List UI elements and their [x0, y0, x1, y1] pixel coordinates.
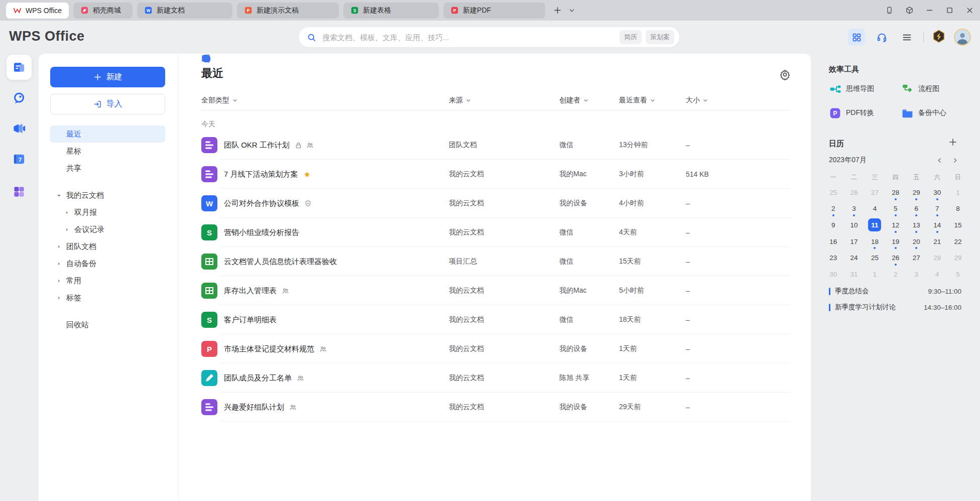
- file-row[interactable]: S客户订单明细表我的云文档微信18天前–: [201, 305, 790, 334]
- rail-item-meeting[interactable]: [13, 122, 26, 136]
- sidebar-item-trash[interactable]: 回收站: [50, 316, 165, 333]
- tab-pdf[interactable]: P新建PDF: [443, 3, 545, 19]
- calendar-day[interactable]: 12: [885, 217, 906, 233]
- caret-right-icon[interactable]: [64, 227, 70, 232]
- rail-item-messages[interactable]: [13, 91, 26, 105]
- calendar-day[interactable]: 1: [865, 266, 885, 283]
- calendar-day[interactable]: 9: [823, 217, 843, 233]
- rail-item-apps[interactable]: [13, 185, 26, 199]
- menu-button[interactable]: [898, 29, 915, 46]
- sidebar-item-share[interactable]: 共享: [50, 160, 165, 177]
- tool-mindmap[interactable]: 思维导图: [829, 82, 901, 96]
- calendar-day[interactable]: 27: [865, 184, 885, 201]
- calendar-day[interactable]: 28: [927, 249, 947, 266]
- member-badge-icon[interactable]: [932, 30, 946, 45]
- tab-sheet[interactable]: S新建表格: [343, 3, 439, 19]
- new-tab-plus-icon[interactable]: [553, 6, 562, 15]
- mobile-link-button[interactable]: [883, 4, 896, 17]
- calendar-day[interactable]: 30: [823, 266, 843, 283]
- tab-writer[interactable]: W新建文档: [137, 3, 232, 19]
- tool-pdfconvert[interactable]: PPDF转换: [829, 106, 901, 120]
- apps-grid-button[interactable]: [848, 29, 865, 46]
- calendar-day[interactable]: 28: [885, 184, 906, 201]
- tab-wps[interactable]: WPS Office: [6, 3, 69, 19]
- calendar-day[interactable]: 2: [885, 266, 906, 283]
- calendar-day[interactable]: 25: [865, 249, 885, 266]
- caret-down-icon[interactable]: [56, 193, 62, 198]
- calendar-day[interactable]: 31: [843, 266, 864, 283]
- calendar-day[interactable]: 15: [947, 217, 968, 233]
- calendar-day[interactable]: 3: [843, 201, 864, 217]
- calendar-day[interactable]: 1: [947, 184, 968, 201]
- calendar-day[interactable]: 14: [927, 217, 947, 233]
- calendar-day[interactable]: 26: [885, 249, 906, 266]
- calendar-day[interactable]: 4: [927, 266, 947, 283]
- rail-item-calendar[interactable]: 7: [13, 153, 26, 166]
- sidebar-item-clock[interactable]: 最近: [50, 126, 165, 143]
- calendar-day[interactable]: 29: [947, 249, 968, 266]
- rail-item-docs[interactable]: [13, 61, 26, 74]
- calendar-prev-icon[interactable]: [936, 157, 943, 164]
- calendar-day[interactable]: 5: [885, 201, 906, 217]
- calendar-day[interactable]: 6: [906, 201, 927, 217]
- caret-right-icon[interactable]: [64, 210, 70, 215]
- caret-right-icon[interactable]: [56, 244, 62, 249]
- support-button[interactable]: [873, 29, 890, 46]
- calendar-day[interactable]: 24: [843, 249, 864, 266]
- gear-icon[interactable]: [779, 69, 791, 80]
- filter-2[interactable]: 创建者: [559, 96, 589, 105]
- file-row[interactable]: 团队成员及分工名单我的云文档陈旭 共享1天前–: [201, 363, 790, 393]
- calendar-day[interactable]: 23: [823, 249, 843, 266]
- calendar-day[interactable]: 13: [906, 217, 927, 233]
- calendar-day[interactable]: 29: [906, 184, 927, 201]
- minimize-button[interactable]: [923, 4, 936, 17]
- tab-ppt[interactable]: P新建演示文稿: [237, 3, 339, 19]
- filter-0[interactable]: 全部类型: [201, 96, 238, 105]
- user-avatar[interactable]: [954, 29, 971, 46]
- search-bar[interactable]: 简历策划案: [299, 27, 679, 47]
- sidebar-item-team[interactable]: 团队文档: [50, 238, 165, 255]
- caret-right-icon[interactable]: [56, 295, 62, 301]
- calendar-day[interactable]: 7: [927, 201, 947, 217]
- calendar-day-selected[interactable]: 11: [865, 217, 885, 233]
- calendar-add-icon[interactable]: [948, 138, 957, 147]
- maximize-button[interactable]: [943, 4, 956, 17]
- calendar-day[interactable]: 4: [865, 201, 885, 217]
- calendar-day[interactable]: 21: [927, 233, 947, 250]
- tab-docer[interactable]: 稻壳商城: [73, 3, 133, 19]
- sidebar-item-tag[interactable]: 标签: [50, 289, 165, 306]
- calendar-day[interactable]: 25: [823, 184, 843, 201]
- sidebar-item-folder[interactable]: 双月报: [50, 204, 165, 221]
- calendar-day[interactable]: 27: [906, 249, 927, 266]
- sidebar-item-star[interactable]: 星标: [50, 143, 165, 160]
- tool-flowchart[interactable]: 流程图: [901, 82, 973, 96]
- calendar-day[interactable]: 2: [823, 201, 843, 217]
- sidebar-item-kite[interactable]: 常用: [50, 272, 165, 289]
- filter-3[interactable]: 最近查看: [619, 96, 656, 105]
- filter-1[interactable]: 来源: [449, 96, 471, 105]
- sidebar-item-folder[interactable]: 会议记录: [50, 221, 165, 238]
- sidebar-item-cloud-backup[interactable]: 自动备份: [50, 255, 165, 272]
- calendar-day[interactable]: 3: [906, 266, 927, 283]
- sidebar-item-folder-open[interactable]: 我的云文档: [50, 187, 165, 204]
- calendar-day[interactable]: 19: [885, 233, 906, 250]
- file-row[interactable]: 7 月线下活动策划方案我的云文档我的Mac3小时前514 KB: [201, 160, 790, 189]
- file-row[interactable]: 团队 OKR 工作计划团队文档微信13分钟前–: [201, 131, 790, 160]
- search-input[interactable]: [321, 33, 616, 42]
- file-row[interactable]: 云文档管人员信息统计表理器验收项目汇总微信15天前–: [201, 247, 790, 276]
- calendar-day[interactable]: 20: [906, 233, 927, 250]
- calendar-next-icon[interactable]: [952, 157, 958, 164]
- calendar-day[interactable]: 8: [947, 201, 968, 217]
- calendar-day[interactable]: 18: [865, 233, 885, 250]
- tab-list-chevron-down-icon[interactable]: [569, 8, 575, 14]
- calendar-event[interactable]: 新季度学习计划讨论14:30–16:00: [829, 302, 961, 313]
- file-row[interactable]: W公司对外合作协议模板我的云文档我的设备4小时前–: [201, 189, 790, 218]
- calendar-day[interactable]: 17: [843, 233, 864, 250]
- calendar-event[interactable]: 季度总结会9:30–11:00: [829, 286, 961, 297]
- calendar-day[interactable]: 5: [947, 266, 968, 283]
- calendar-day[interactable]: 30: [927, 184, 947, 201]
- caret-right-icon[interactable]: [56, 278, 62, 284]
- workspace-box-button[interactable]: [903, 4, 916, 17]
- calendar-day[interactable]: 10: [843, 217, 864, 233]
- import-button[interactable]: 导入: [50, 94, 165, 114]
